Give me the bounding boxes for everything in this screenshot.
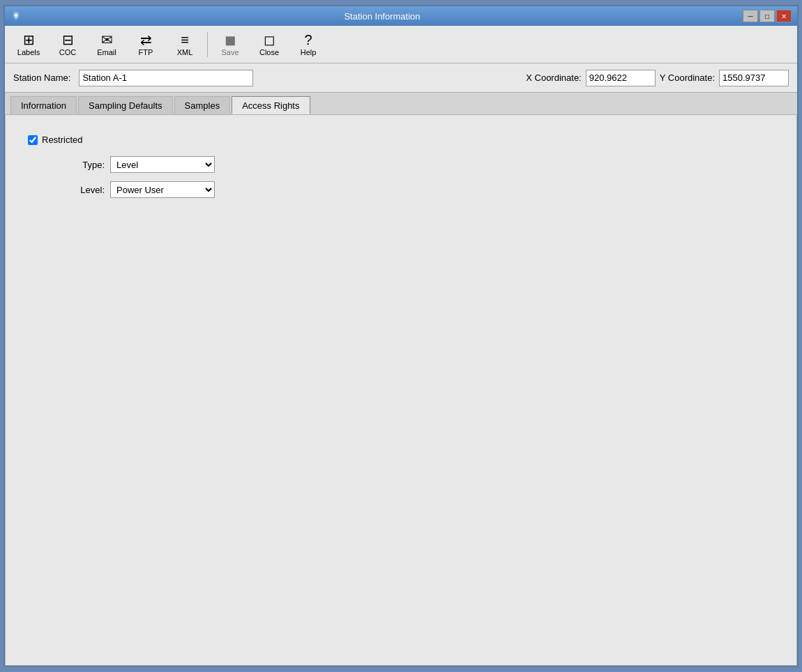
tab-sampling-defaults[interactable]: Sampling Defaults <box>78 96 173 114</box>
toolbar-btn-close[interactable]: ◻ Close <box>251 29 287 60</box>
close-label: Close <box>259 48 279 56</box>
save-icon: ◼ <box>225 33 236 47</box>
labels-icon: ⊞ <box>23 33 35 47</box>
coord-group: X Coordinate: Y Coordinate: <box>526 70 789 86</box>
restricted-checkbox[interactable] <box>28 135 38 145</box>
labels-label: Labels <box>17 48 40 56</box>
station-name-label: Station Name: <box>13 72 70 83</box>
email-icon: ✉ <box>101 33 113 47</box>
tab-access-rights[interactable]: Access Rights <box>232 96 310 114</box>
level-select[interactable]: Power User Admin Standard User Read Only <box>110 181 215 198</box>
restricted-label: Restricted <box>42 135 83 145</box>
tabs-bar: Information Sampling Defaults Samples Ac… <box>5 93 797 115</box>
email-label: Email <box>97 48 116 56</box>
access-rights-panel: Restricted Type: Level User Group Level:… <box>17 126 785 215</box>
x-coord-label: X Coordinate: <box>526 72 582 83</box>
station-bar: Station Name: X Coordinate: Y Coordinate… <box>5 63 797 93</box>
coc-icon: ⊟ <box>62 33 74 47</box>
toolbar-separator-1 <box>207 32 208 57</box>
close-icon: ◻ <box>264 33 275 47</box>
toolbar-btn-xml[interactable]: ≡ XML <box>167 29 203 60</box>
ftp-label: FTP <box>139 48 153 56</box>
restricted-row: Restricted <box>28 135 774 145</box>
y-coord-label: Y Coordinate: <box>660 72 715 83</box>
save-label: Save <box>221 48 239 56</box>
type-row: Type: Level User Group <box>70 156 774 173</box>
main-window: Station Information ─ □ ✕ ⊞ Labels ⊟ COC… <box>3 5 799 667</box>
toolbar-btn-ftp[interactable]: ⇄ FTP <box>128 29 164 60</box>
toolbar-btn-email[interactable]: ✉ Email <box>89 29 125 60</box>
xml-label: XML <box>177 48 193 56</box>
level-row: Level: Power User Admin Standard User Re… <box>70 181 774 198</box>
coc-label: COC <box>59 48 76 56</box>
ftp-icon: ⇄ <box>140 33 152 47</box>
svg-point-0 <box>15 14 17 17</box>
station-name-input[interactable] <box>79 70 253 86</box>
level-label: Level: <box>70 185 105 195</box>
tab-samples[interactable]: Samples <box>174 96 231 114</box>
toolbar: ⊞ Labels ⊟ COC ✉ Email ⇄ FTP ≡ XML ◼ Sav… <box>5 26 797 63</box>
minimize-button[interactable]: ─ <box>743 10 758 22</box>
window-title: Station Information <box>22 11 743 22</box>
tab-content: Restricted Type: Level User Group Level:… <box>5 115 797 666</box>
help-icon: ? <box>304 33 312 47</box>
type-label: Type: <box>70 160 105 170</box>
toolbar-btn-help[interactable]: ? Help <box>290 29 326 60</box>
toolbar-btn-save: ◼ Save <box>212 29 248 60</box>
maximize-button[interactable]: □ <box>759 10 775 22</box>
toolbar-btn-coc[interactable]: ⊟ COC <box>50 29 86 60</box>
title-bar: Station Information ─ □ ✕ <box>5 6 797 26</box>
y-coord-input[interactable] <box>719 70 789 86</box>
window-controls: ─ □ ✕ <box>743 10 792 22</box>
app-icon <box>10 10 22 22</box>
xml-icon: ≡ <box>181 33 189 47</box>
toolbar-btn-labels[interactable]: ⊞ Labels <box>10 29 47 60</box>
close-button[interactable]: ✕ <box>776 10 792 22</box>
x-coord-input[interactable] <box>586 70 656 86</box>
tab-information[interactable]: Information <box>10 96 77 114</box>
help-label: Help <box>301 48 317 56</box>
type-select[interactable]: Level User Group <box>110 156 215 173</box>
